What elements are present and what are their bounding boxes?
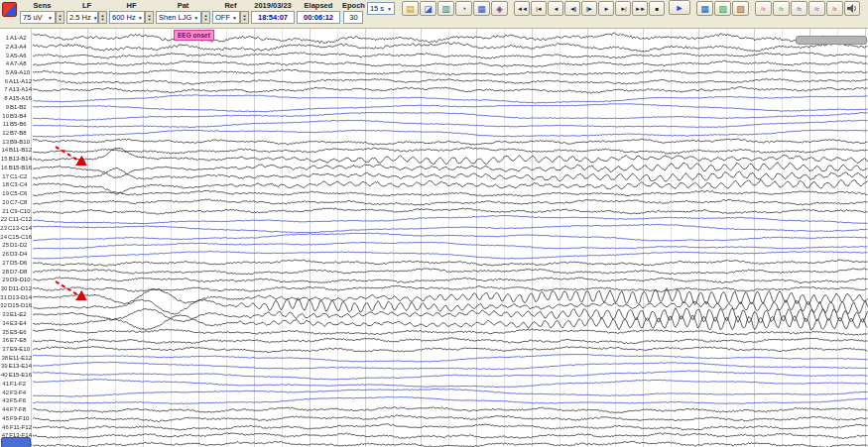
pat-select[interactable]: Shen LJG▼ [156,11,201,24]
channel-label[interactable]: 38E11-E12 [0,355,32,362]
toolbar-icon-group-left: ▤◪▥◔▦◈ [401,1,508,16]
fast-forward-button[interactable]: ►► [632,1,648,16]
channel-label[interactable]: 41F1-F2 [0,381,32,388]
channel-label[interactable]: 24C15-C16 [0,234,32,241]
channel-label[interactable]: 14B11-B12 [0,147,32,154]
channel-label[interactable]: 6A11-A12 [0,78,32,85]
channel-label[interactable]: 4A7-A8 [0,60,32,67]
channel-label[interactable]: 12B7-B8 [0,130,32,137]
play-button[interactable]: ► [669,0,690,15]
channel-label[interactable]: 20C7-C8 [0,199,32,206]
chart-icon[interactable]: ▦ [473,1,490,16]
channel-label[interactable]: 22C11-C12 [0,216,32,223]
eeg-onset-annotation: EEG onset [174,30,214,41]
channel-label[interactable]: 5A9-A10 [0,69,32,76]
clock-icon[interactable]: ◔ [455,1,472,16]
spectrum-icon[interactable]: ▨ [714,1,731,16]
channel-label[interactable]: 3A5-A6 [0,53,32,59]
nudge-back-button[interactable]: ◄|| [564,1,580,16]
ref-select[interactable]: OFF▼ [212,11,240,24]
report-icon[interactable]: ▧ [732,1,749,16]
channel-label[interactable]: 34E3-E4 [0,320,32,327]
ref-spinner[interactable]: ▲▼ [240,11,249,24]
channel-label[interactable]: 16B15-B16 [0,165,32,171]
hf-spinner[interactable]: ▲▼ [145,11,154,24]
corner-button[interactable] [1,437,31,447]
channel-label[interactable]: 43F5-F6 [0,397,32,404]
channel-label[interactable]: 28D7-D8 [0,269,32,276]
channel-label[interactable]: 31D13-D14 [0,294,32,301]
channel-label[interactable]: 32D15-D16 [0,302,32,309]
elapsed-field: Elapsed 00:06:12 [297,1,340,25]
channel-label[interactable]: 13B9-B10 [0,139,32,146]
channel-label[interactable]: 29D9-D10 [0,277,32,283]
prev-page-button[interactable]: |◄ [531,1,547,16]
channel-label[interactable]: 40E15-E16 [0,372,32,379]
channel-label[interactable]: 9B1-B2 [0,104,32,111]
wave-purple-icon[interactable]: ≈ [808,1,825,16]
channel-label[interactable]: 26D3-D4 [0,251,32,258]
channel-label[interactable]: 19C5-C6 [0,190,32,197]
measure-icon[interactable]: ▥ [437,1,454,16]
elapsed-label: Elapsed [305,1,333,11]
channel-label[interactable]: 42F3-F4 [0,390,32,396]
channel-label[interactable]: 46F11-F12 [0,424,32,431]
wave-blue-icon[interactable]: ≈ [791,1,807,16]
toolbar-icon-group-waves: ≈≈≈≈≈ [754,1,843,16]
channel-label-column: 1A1-A22A3-A43A5-A64A7-A85A9-A106A11-A127… [0,29,32,447]
channel-label[interactable]: 23C13-C14 [0,225,32,232]
channel-label[interactable]: 8A15-A16 [0,95,32,102]
channel-label[interactable]: 10B3-B4 [0,113,32,120]
playback-controls: ◄◄|◄◄◄||||►►►|►►■ [513,1,665,16]
montage-icon[interactable]: ▤ [402,1,419,16]
annotate-icon[interactable]: ◪ [420,1,436,16]
channel-label[interactable]: 11B5-B6 [0,121,32,128]
wave-green-icon[interactable]: ≈ [773,1,790,16]
channel-label[interactable]: 36E7-E8 [0,337,32,344]
page-duration-select[interactable]: 15 s▼ [367,2,395,15]
speaker-icon[interactable] [844,1,860,16]
channel-label[interactable]: 30D11-D12 [0,285,32,292]
sens-spinner[interactable]: ▲▼ [56,11,64,24]
channel-label[interactable]: 25D1-D2 [0,242,32,249]
channel-label[interactable]: 18C3-C4 [0,181,32,188]
channel-label[interactable]: 1A1-A2 [0,35,32,42]
marker-bar[interactable] [796,36,867,45]
elapsed-display: 00:06:12 [297,11,340,24]
chevron-down-icon: ▼ [93,15,98,21]
wave-red-icon[interactable]: ≈ [826,1,843,16]
channel-label[interactable]: 21C9-C10 [0,208,32,215]
channel-label[interactable]: 44F7-F8 [0,406,32,413]
chevron-down-icon: ▼ [193,15,198,21]
chevron-down-icon: ▼ [387,6,392,12]
nudge-forward-button[interactable]: ||► [581,1,597,16]
trend-icon[interactable]: ▦ [696,1,713,16]
channel-label[interactable]: 35E5-E6 [0,329,32,336]
map-icon[interactable]: ◈ [491,1,508,16]
hf-select[interactable]: 600 Hz▼ [109,11,145,24]
channel-label[interactable]: 2A3-A4 [0,44,32,51]
date-time-field: 2019/03/23 18:54:07 [251,1,295,25]
sens-select[interactable]: 75 uV▼ [20,11,56,24]
lf-label: LF [82,1,91,11]
lf-select[interactable]: 2.5 Hz▼ [66,11,98,24]
pat-spinner[interactable]: ▲▼ [201,11,210,24]
channel-label[interactable]: 37E9-E10 [0,346,32,353]
channel-label[interactable]: 39E13-E14 [0,363,32,370]
hf-label: HF [127,1,137,11]
channel-label[interactable]: 17C1-C2 [0,173,32,180]
channel-label[interactable]: 15B13-B14 [0,156,32,163]
toolbar: Sens 75 uV▼ ▲▼ LF 2.5 Hz▼ ▲▼ HF 600 Hz▼ … [0,0,868,29]
fast-rewind-button[interactable]: ◄◄ [514,1,530,16]
channel-label[interactable]: 45F9-F10 [0,415,32,422]
channel-label[interactable]: 27D5-D6 [0,260,32,267]
wave-pink-icon[interactable]: ≈ [755,1,772,16]
step-forward-button[interactable]: ► [598,1,614,16]
eeg-traces[interactable] [32,29,868,447]
lf-spinner[interactable]: ▲▼ [98,11,107,24]
stop-button[interactable]: ■ [649,1,665,16]
next-page-button[interactable]: ►| [615,1,631,16]
channel-label[interactable]: 33E1-E2 [0,311,32,318]
step-back-button[interactable]: ◄ [548,1,563,16]
channel-label[interactable]: 7A13-A14 [0,86,32,93]
